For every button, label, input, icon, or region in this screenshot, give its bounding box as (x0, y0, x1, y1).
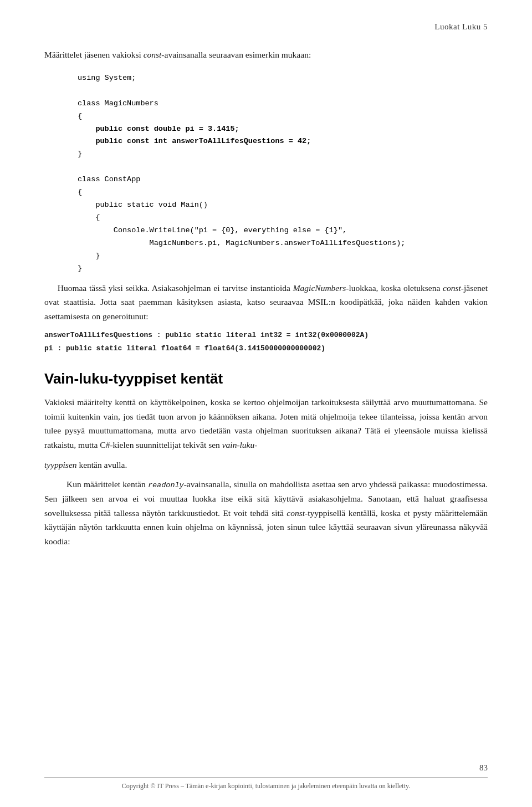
para1-text2: -luokkaa, koska oletuksena (346, 283, 443, 293)
msil-line2: pi : public static literal float64 = flo… (44, 344, 325, 353)
intro-italic: const (144, 50, 162, 59)
readonly-keyword: readonly (148, 481, 184, 489)
page-container: Luokat Luku 5 Määrittelet jäsenen vakiok… (0, 0, 532, 807)
section-italic1: vain-luku- (222, 440, 258, 450)
footer-divider (44, 777, 488, 778)
page-header: Luokat Luku 5 (44, 22, 488, 32)
section-heading: Vain-luku-tyyppiset kentät (44, 370, 488, 387)
msil-code: answerToAllLifesQuestions : public stati… (44, 329, 488, 355)
intro-text: Määrittelet jäsenen vakioksi (44, 50, 144, 59)
section-para-1b: tyyppisen kentän avulla. (44, 458, 488, 472)
para1-italic1: MagicNumbers (293, 283, 346, 293)
section-text-1b: kentän avulla. (77, 460, 127, 469)
footer: 83 Copyright © IT Press – Tämän e-kirjan… (0, 763, 532, 790)
section-text-1a: Vakioksi määritelty kenttä on käyttökelp… (44, 397, 488, 450)
paragraph-1: Huomaa tässä yksi seikka. Asiakasohjelma… (44, 281, 488, 324)
para1-italic2: const (443, 283, 461, 293)
header-title: Luokat Luku 5 (434, 22, 488, 32)
section-italic2: tyyppisen (44, 460, 77, 469)
code-block-1: using System; class MagicNumbers { publi… (78, 72, 488, 275)
intro-paragraph: Määrittelet jäsenen vakioksi const-avain… (44, 48, 488, 62)
footer-copyright: Copyright © IT Press – Tämän e-kirjan ko… (122, 782, 410, 790)
const-keyword: const (287, 508, 305, 518)
para1-text1: Huomaa tässä yksi seikka. Asiakasohjelma… (44, 283, 293, 293)
section-para-1: Vakioksi määritelty kenttä on käyttökelp… (44, 395, 488, 452)
section-para-2: Kun määrittelet kentän readonly-avainsan… (44, 477, 488, 549)
msil-line1: answerToAllLifesQuestions : public stati… (44, 331, 369, 339)
page-number: 83 (0, 763, 532, 773)
intro-text2: -avainsanalla seuraavan esimerkin mukaan… (161, 50, 311, 59)
section-text-2a: Kun määrittelet kentän (66, 479, 148, 489)
